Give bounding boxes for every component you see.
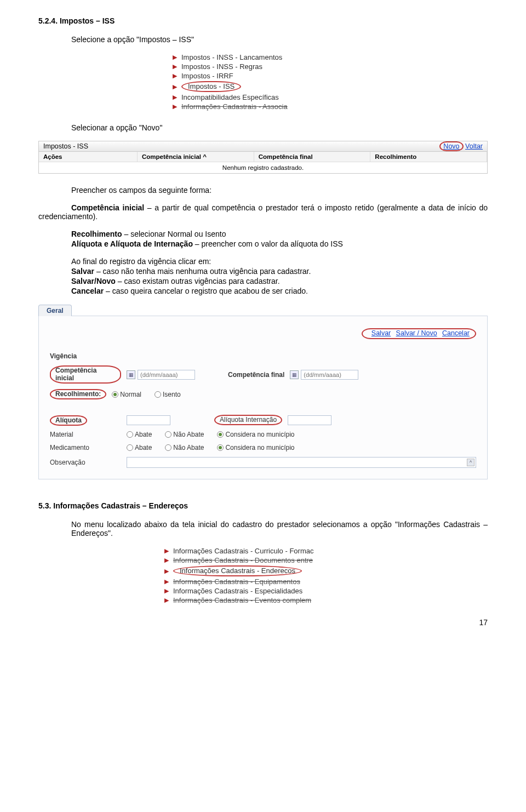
triangle-icon: ▶ (173, 94, 178, 101)
menu-item[interactable]: ▶Impostos - IRRF (173, 71, 353, 81)
p-preencher: Preencher os campos da seguinte forma: (71, 186, 488, 195)
grid-title: Impostos - ISS (43, 142, 88, 150)
scroll-up-icon[interactable]: ^ (467, 459, 474, 466)
lbl-medicamento: Medicamento (50, 444, 121, 451)
triangle-icon: ▶ (164, 578, 170, 585)
radio-icon (112, 391, 118, 398)
p-cancelar: Cancelar – caso queira cancelar o regist… (71, 287, 488, 295)
p-salvar-novo: Salvar/Novo – caso existam outras vigênc… (71, 277, 488, 285)
radio-icon (165, 431, 171, 438)
radio-med-considera[interactable]: Considera no município (217, 444, 294, 451)
triangle-icon: ▶ (173, 54, 178, 61)
menu-item[interactable]: ▶Informações Cadastrais - Curriculo - Fo… (164, 546, 362, 556)
menu-item[interactable]: ▶Informações Cadastrais - Eventos comple… (164, 596, 362, 605)
input-comp-fim[interactable] (301, 370, 358, 380)
triangle-icon: ▶ (173, 72, 178, 79)
col-acoes[interactable]: Ações (39, 152, 138, 162)
p-final: Ao final do registro da vigência clicar … (71, 257, 488, 266)
menu-item[interactable]: ▶Impostos - INSS - Regras (173, 62, 353, 71)
input-aliquota-int[interactable] (288, 415, 331, 425)
p-comp-ini: Competência inicial – a partir de qual c… (38, 203, 488, 221)
row-competencia: Competência inicial ▦ Competência final … (50, 365, 476, 384)
form-actions: Salvar Salvar / Novo Cancelar (50, 328, 476, 339)
calendar-icon[interactable]: ▦ (290, 370, 299, 379)
triangle-icon: ▶ (173, 83, 178, 90)
p-salvar: Salvar – caso não tenha mais nenhuma out… (71, 267, 488, 276)
grid-impostos: Impostos - ISS Novo Voltar Ações Competê… (38, 141, 488, 174)
heading-53: 5.3. Informações Cadastrais – Endereços (38, 501, 488, 510)
radio-icon (127, 444, 133, 451)
menu-item[interactable]: ▶Informações Cadastrais - Enderecos (164, 565, 362, 577)
menu-item[interactable]: ▶Impostos - INSS - Lancamentos (173, 53, 353, 62)
link-voltar[interactable]: Voltar (465, 142, 483, 150)
row-recolhimento: Recolhimento: Normal Isento (50, 389, 476, 399)
page-number: 17 (38, 618, 488, 627)
link-novo[interactable]: Novo (439, 141, 463, 151)
row-observacao: Observação ^ (50, 457, 476, 468)
radio-icon (127, 431, 133, 438)
radio-mat-abate[interactable]: Abate (127, 431, 152, 438)
form-iss: Geral Salvar Salvar / Novo Cancelar Vigê… (38, 304, 488, 479)
lbl-comp-fim: Competência final (228, 371, 284, 379)
row-medicamento: Medicamento Abate Não Abate Considera no… (50, 444, 476, 451)
grid-empty: Nenhum registro cadastrado. (39, 162, 487, 173)
input-observacao[interactable]: ^ (127, 457, 476, 468)
triangle-icon: ▶ (173, 103, 178, 110)
triangle-icon: ▶ (164, 557, 170, 564)
link-salvar-novo[interactable]: Salvar / Novo (396, 329, 437, 337)
triangle-icon: ▶ (164, 587, 170, 594)
link-cancelar[interactable]: Cancelar (442, 329, 470, 337)
heading-524: 5.2.4. Impostos – ISS (38, 16, 488, 25)
col-comp-fim[interactable]: Competência final (254, 152, 371, 162)
row-aliquota: Alíquota Alíquota Internação (50, 415, 476, 425)
col-recolhimento[interactable]: Recolhimento (370, 152, 487, 162)
p-select-opt: Selecione a opção "Impostos – ISS" (71, 35, 488, 44)
p-select-novo: Selecionar a opção "Novo" (71, 123, 488, 132)
p-aliquota: Alíquota e Alíquota de Internação – pree… (71, 239, 488, 248)
menu-screenshot-2: ▶Informações Cadastrais - Curriculo - Fo… (164, 546, 362, 605)
menu-item[interactable]: ▶Informações Cadastrais - Documentos ent… (164, 556, 362, 565)
lbl-vigencia: Vigência (50, 352, 476, 360)
radio-mat-considera[interactable]: Considera no município (217, 431, 294, 438)
radio-isento[interactable]: Isento (155, 391, 181, 398)
radio-icon (217, 431, 224, 438)
radio-normal[interactable]: Normal (112, 391, 141, 398)
lbl-aliquota-int: Alíquota Internação (214, 415, 282, 425)
triangle-icon: ▶ (164, 568, 170, 575)
grid-header: Ações Competência inicial ^ Competência … (39, 152, 487, 162)
grid-actions: Novo Voltar (439, 142, 483, 150)
tab-geral[interactable]: Geral (38, 305, 72, 316)
radio-icon (165, 444, 171, 451)
row-material: Material Abate Não Abate Considera no mu… (50, 431, 476, 438)
lbl-recolhimento: Recolhimento: (50, 389, 106, 399)
menu-screenshot-1: ▶Impostos - INSS - Lancamentos ▶Impostos… (173, 53, 353, 111)
radio-med-abate[interactable]: Abate (127, 444, 152, 451)
radio-mat-naoabate[interactable]: Não Abate (165, 431, 204, 438)
menu-item[interactable]: ▶Informações Cadastrais - Associa (173, 102, 353, 111)
menu-item[interactable]: ▶Incompatibilidades Específicas (173, 93, 353, 102)
menu-item[interactable]: ▶Informações Cadastrais - Equipamentos (164, 577, 362, 586)
calendar-icon[interactable]: ▦ (127, 370, 135, 379)
lbl-observacao: Observação (50, 459, 121, 466)
menu-item[interactable]: ▶Impostos - ISS (173, 81, 353, 93)
triangle-icon: ▶ (173, 63, 178, 70)
radio-icon (217, 444, 224, 451)
input-comp-ini[interactable] (138, 370, 195, 380)
triangle-icon: ▶ (164, 597, 170, 604)
triangle-icon: ▶ (164, 547, 170, 554)
radio-med-naoabate[interactable]: Não Abate (165, 444, 204, 451)
link-salvar[interactable]: Salvar (371, 329, 391, 337)
lbl-aliquota: Alíquota (50, 416, 121, 424)
p-recolhimento: Recolhimento – selecionar Normal ou Isen… (71, 230, 488, 238)
input-aliquota[interactable] (127, 415, 170, 425)
col-comp-ini[interactable]: Competência inicial ^ (138, 152, 254, 162)
p-menu-enderecos: No menu localizado abaixo da tela inicia… (71, 520, 488, 537)
radio-icon (155, 391, 161, 398)
menu-item[interactable]: ▶Informações Cadastrais - Especialidades (164, 586, 362, 596)
lbl-material: Material (50, 431, 121, 438)
lbl-comp-ini: Competência inicial (50, 365, 121, 384)
